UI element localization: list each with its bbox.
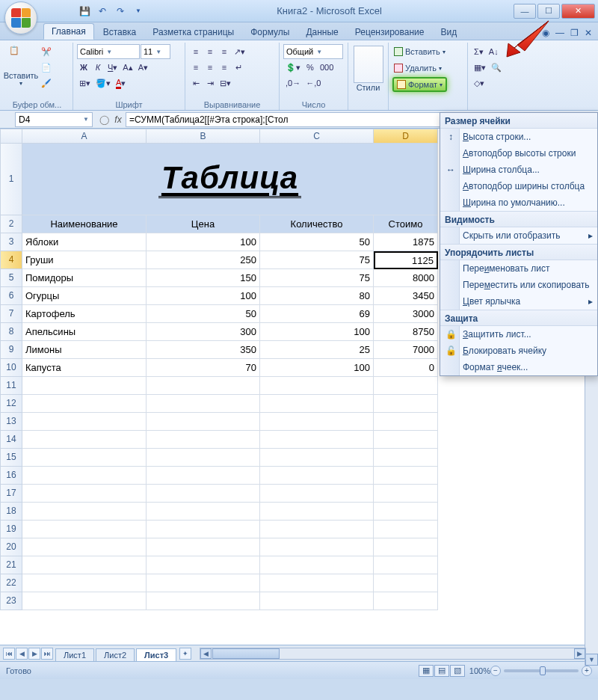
cell[interactable] [147,377,260,395]
sheet-tab-2[interactable]: Лист2 [96,648,135,661]
cell[interactable]: 75 [260,269,374,287]
cell[interactable] [22,395,147,413]
cell[interactable] [22,521,147,538]
cell[interactable] [22,503,147,521]
scroll-down-icon[interactable]: ▼ [585,654,598,666]
cell[interactable] [374,503,438,521]
sheet-tab-1[interactable]: Лист1 [55,648,94,661]
maximize-button[interactable]: ☐ [537,4,560,19]
cell[interactable]: 75 [260,251,374,269]
percent-icon[interactable]: % [303,60,317,75]
cell[interactable] [147,449,260,467]
close-button[interactable]: ✕ [561,4,595,19]
hscroll-thumb[interactable] [212,648,280,659]
sheet-nav-prev-icon[interactable]: ◀ [16,648,28,660]
restore-window-icon[interactable]: ❐ [570,28,579,38]
dropdown-item[interactable]: Переместить или скопировать [440,277,597,293]
format-painter-icon[interactable]: 🖌️ [39,76,54,90]
row-header[interactable]: 18 [0,503,22,521]
sheet-nav-last-icon[interactable]: ⏭ [41,648,53,660]
cell[interactable]: 100 [147,287,260,305]
comma-icon[interactable]: 000 [318,60,336,75]
cell[interactable] [260,413,374,431]
row-header[interactable]: 1 [0,144,22,215]
dropdown-item[interactable]: Цвет ярлычка ▸ [440,293,597,310]
sort-filter-icon[interactable]: A↓ [487,44,501,59]
align-center-icon[interactable]: ≡ [203,60,217,75]
clear-icon[interactable]: ◇▾ [472,76,487,90]
row-header[interactable]: 6 [0,287,22,305]
cell[interactable] [374,377,438,395]
cell[interactable]: 50 [147,305,260,323]
minimize-ribbon-icon[interactable]: — [555,28,564,38]
tab-view[interactable]: Вид [433,25,464,40]
cell[interactable] [147,413,260,431]
row-header[interactable]: 11 [0,377,22,395]
undo-icon[interactable]: ↶ [96,4,109,18]
align-right-icon[interactable]: ≡ [218,60,231,75]
cell[interactable] [260,377,374,395]
col-header-d[interactable]: D [374,129,438,144]
tab-formulas[interactable]: Формулы [243,25,297,40]
col-header-c[interactable]: C [260,129,374,144]
font-size-combo[interactable]: 11▼ [141,44,170,59]
cell[interactable] [374,395,438,413]
cell[interactable]: Огурцы [22,287,147,305]
tab-home[interactable]: Главная [43,23,94,40]
italic-icon[interactable]: К [91,60,105,75]
cell[interactable] [147,503,260,521]
fill-icon[interactable]: ▦▾ [472,60,488,75]
increase-decimal-icon[interactable]: ,0→ [283,76,303,90]
scroll-left-icon[interactable]: ◀ [200,648,212,659]
tab-review[interactable]: Рецензирование [348,25,432,40]
cell[interactable]: Апельсины [22,323,147,341]
row-header[interactable]: 9 [0,341,22,359]
paste-button[interactable]: 📋 Вставить ▾ [5,44,37,92]
row-header[interactable]: 7 [0,305,22,323]
cell[interactable]: 100 [260,359,374,377]
cell[interactable]: 3000 [374,305,438,323]
cell[interactable]: 8000 [374,269,438,287]
cell[interactable]: 300 [147,323,260,341]
tab-page-layout[interactable]: Разметка страницы [145,25,241,40]
cell[interactable] [147,467,260,485]
sheet-tab-3[interactable]: Лист3 [136,648,176,661]
zoom-level[interactable]: 100% [469,666,490,675]
row-header[interactable]: 10 [0,359,22,377]
autosum-icon[interactable]: Σ▾ [472,44,486,59]
save-icon[interactable]: 💾 [78,4,91,18]
delete-cells-button[interactable]: Удалить ▾ [392,61,443,76]
dropdown-item[interactable]: Переименовать лист [440,260,597,277]
row-header[interactable]: 3 [0,233,22,251]
col-header-b[interactable]: B [147,129,260,144]
cell[interactable]: 250 [147,251,260,269]
row-header[interactable]: 19 [0,521,22,538]
cell[interactable] [260,521,374,538]
dropdown-item[interactable]: 🔓Блокировать ячейку [440,343,597,359]
cell[interactable] [260,449,374,467]
cell[interactable] [260,574,374,592]
cell[interactable]: 7000 [374,341,438,359]
cell[interactable] [260,556,374,574]
qat-customize-icon[interactable]: ▼ [132,4,145,18]
close-workbook-icon[interactable]: ✕ [585,28,592,38]
zoom-out-icon[interactable]: − [490,666,501,676]
cell[interactable]: 70 [147,359,260,377]
font-name-combo[interactable]: Calibri▼ [77,44,140,59]
row-header[interactable]: 2 [0,215,22,233]
page-break-view-icon[interactable]: ▧ [450,665,465,677]
zoom-in-icon[interactable]: + [582,666,592,676]
sheet-nav-next-icon[interactable]: ▶ [28,648,40,660]
cell[interactable] [22,592,147,610]
align-middle-icon[interactable]: ≡ [203,44,217,59]
orientation-icon[interactable]: ↗▾ [232,44,247,59]
cell[interactable]: Количество [260,215,374,233]
cell[interactable]: Груши [22,251,147,269]
cell[interactable] [260,503,374,521]
row-header[interactable]: 22 [0,574,22,592]
underline-icon[interactable]: Ч▾ [105,60,120,75]
cell[interactable]: 100 [147,233,260,251]
cell[interactable] [147,556,260,574]
cell[interactable] [374,592,438,610]
cell[interactable]: 100 [260,323,374,341]
